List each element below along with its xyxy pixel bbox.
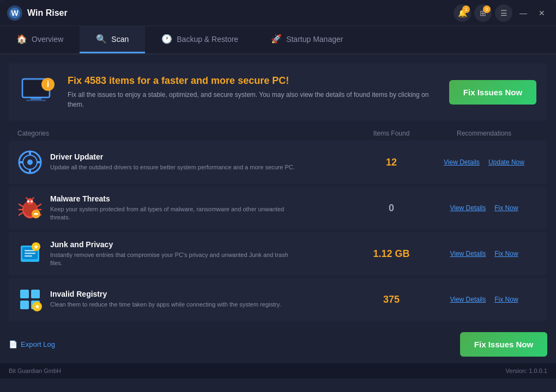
titlebar-actions: 🔔 1 ⊞ 0 ☰ — ✕ [454,4,549,22]
tab-backup[interactable]: 🕐 Backup & Restore [145,26,255,53]
notifications-badge: 1 [462,5,470,13]
svg-rect-13 [29,169,31,173]
fix-issues-now-button-bottom[interactable]: Fix Issues Now [460,332,547,357]
driver-updater-desc: Update all the outdated drivers to ensur… [50,163,295,171]
junk-privacy-view-details[interactable]: View Details [450,250,486,258]
svg-rect-30 [34,213,38,215]
footer: 📄 Export Log Fix Issues Now [0,326,556,363]
malware-threats-icon [17,195,43,220]
malware-threats-title: Malware Threats [50,194,301,203]
driver-updater-actions: View Details Update Now [430,158,539,166]
invalid-registry-actions: View Details Fix Now [430,296,539,303]
row-left: ★ Junk and Privacy Instantly remove entr… [17,240,353,268]
junk-privacy-desc: Instantly remove entries that compromise… [50,251,301,268]
svg-rect-38 [20,290,29,298]
table-row: Malware Threats Keep your system protect… [9,186,547,230]
driver-updater-count: 12 [353,157,430,168]
svg-line-18 [19,204,22,206]
svg-rect-5 [31,97,41,100]
tab-scan[interactable]: 🔍 Scan [80,26,145,53]
svg-point-27 [27,200,29,203]
table-row: ★ Junk and Privacy Instantly remove entr… [9,232,547,275]
svg-point-28 [31,200,33,203]
grid-button[interactable]: ⊞ 0 [474,4,492,22]
tab-startup[interactable]: 🚀 Startup Manager [255,26,359,53]
scan-table: Categories Items Found Recommendations D… [9,126,547,321]
tab-overview-label: Overview [32,35,63,44]
tab-overview[interactable]: 🏠 Overview [0,26,80,53]
junk-privacy-action[interactable]: Fix Now [494,250,518,258]
banner-computer-icon: i [20,75,58,110]
malware-threats-count: 0 [353,203,430,214]
malware-threats-view-details[interactable]: View Details [450,204,486,212]
malware-threats-actions: View Details Fix Now [430,204,539,212]
company-name: Bit Guardian GmbH [9,367,61,374]
svg-rect-34 [25,253,35,254]
svg-text:★: ★ [34,303,40,310]
svg-rect-12 [29,151,31,156]
row-left: Driver Updater Update all the outdated d… [17,150,353,175]
invalid-registry-action[interactable]: Fix Now [494,296,518,303]
junk-privacy-title: Junk and Privacy [50,240,301,249]
invalid-registry-view-details[interactable]: View Details [450,296,486,303]
banner: i Fix 4583 items for a faster and more s… [9,63,547,121]
svg-rect-6 [26,100,46,101]
svg-line-21 [38,204,41,206]
svg-rect-39 [31,290,40,298]
driver-updater-action[interactable]: Update Now [488,158,524,166]
header-categories: Categories [17,130,353,137]
nav-tabs: 🏠 Overview 🔍 Scan 🕐 Backup & Restore 🚀 S… [0,26,556,54]
tab-startup-label: Startup Manager [286,35,343,44]
app-logo: W Win Riser [7,5,68,21]
logo-icon: W [7,5,23,21]
banner-icon-wrap: i [20,73,58,111]
invalid-registry-icon: ★ [17,287,43,312]
svg-rect-40 [20,301,29,309]
header-items-found: Items Found [353,130,430,137]
grid-badge: 0 [483,5,491,13]
svg-rect-15 [37,161,41,163]
startup-icon: 🚀 [271,34,282,44]
banner-description: Fix all the issues to enjoy a stable, op… [68,90,439,109]
backup-icon: 🕐 [161,34,172,44]
titlebar: W Win Riser 🔔 1 ⊞ 0 ☰ — ✕ [0,0,556,26]
header-recommendations: Recommendations [430,130,539,137]
driver-updater-view-details[interactable]: View Details [444,158,480,166]
svg-rect-35 [25,255,32,257]
menu-button[interactable]: ☰ [495,4,512,22]
svg-text:i: i [47,79,49,89]
minimize-button[interactable]: — [516,5,531,21]
app-name: Win Riser [27,8,68,18]
malware-threats-info: Malware Threats Keep your system protect… [50,194,301,222]
version-number: Version: 1.0.0.1 [506,367,547,374]
row-left: Malware Threats Keep your system protect… [17,194,353,222]
svg-line-26 [32,198,34,199]
driver-updater-info: Driver Updater Update all the outdated d… [50,152,295,171]
invalid-registry-info: Invalid Registry Clean them to reduce th… [50,290,281,309]
fix-issues-now-button-top[interactable]: Fix Issues Now [449,80,536,105]
scan-icon: 🔍 [96,34,107,44]
junk-privacy-info: Junk and Privacy Instantly remove entrie… [50,240,301,268]
export-log-icon: 📄 [9,340,17,348]
tab-scan-label: Scan [111,35,129,44]
close-button[interactable]: ✕ [534,5,549,21]
svg-text:W: W [11,9,19,17]
malware-threats-action[interactable]: Fix Now [494,204,518,212]
svg-line-20 [19,213,22,215]
notifications-button[interactable]: 🔔 1 [454,4,471,22]
junk-privacy-count: 1.12 GB [353,248,430,260]
svg-text:★: ★ [33,243,39,250]
table-row: ★ Invalid Registry Clean them to reduce … [9,278,547,321]
table-row: Driver Updater Update all the outdated d… [9,140,547,184]
junk-privacy-icon: ★ [17,241,43,266]
banner-title: Fix 4583 items for a faster and more sec… [68,75,439,87]
export-log-button[interactable]: 📄 Export Log [9,340,55,348]
svg-line-25 [26,198,28,199]
invalid-registry-title: Invalid Registry [50,290,281,298]
row-left: ★ Invalid Registry Clean them to reduce … [17,287,353,312]
driver-updater-title: Driver Updater [50,152,295,161]
statusbar: Bit Guardian GmbH Version: 1.0.0.1 [0,363,556,378]
svg-rect-14 [19,161,23,163]
table-header: Categories Items Found Recommendations [9,126,547,140]
overview-icon: 🏠 [16,34,27,44]
